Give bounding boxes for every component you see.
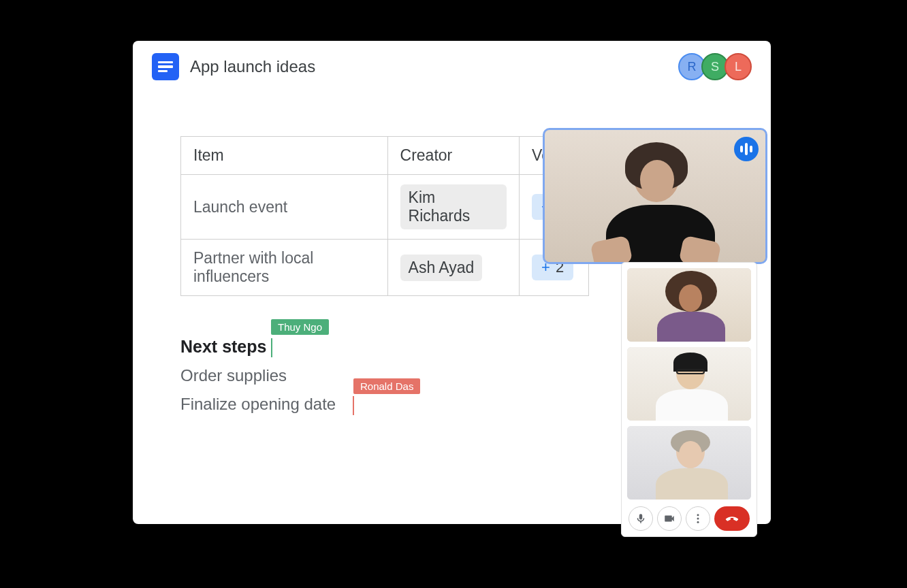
column-header-creator: Creator [387, 137, 520, 175]
creator-chip[interactable]: Ash Ayad [400, 255, 483, 281]
cell-creator[interactable]: Ash Ayad [387, 240, 520, 296]
table-header-row: Item Creator Votes [181, 137, 589, 175]
presence-cursor-label: Ronald Das [353, 378, 420, 394]
speaking-indicator-icon [734, 137, 759, 161]
docs-window: App launch ideas R S L Item Creator Vote… [133, 41, 771, 524]
meet-participant-tile[interactable] [627, 347, 751, 421]
camera-button[interactable] [657, 506, 682, 531]
meet-call-controls [627, 505, 751, 531]
collaborator-avatars: R S L [682, 53, 752, 80]
mic-icon [635, 512, 647, 525]
more-options-button[interactable] [686, 506, 710, 531]
svg-point-0 [697, 514, 699, 516]
meet-video-panel[interactable] [621, 262, 757, 537]
presence-cursor [271, 338, 272, 357]
presence-cursor-label: Thuy Ngo [271, 319, 329, 335]
hangup-button[interactable] [714, 506, 750, 531]
docs-app-icon[interactable] [152, 53, 179, 80]
cell-creator[interactable]: Kim Richards [387, 175, 520, 240]
camera-icon [663, 512, 675, 525]
collaborator-avatar[interactable]: L [725, 53, 752, 80]
table-row[interactable]: Partner with local influencers Ash Ayad … [181, 240, 589, 296]
svg-point-2 [697, 521, 699, 523]
table-row[interactable]: Launch event Kim Richards +4 [181, 175, 589, 240]
meet-active-speaker-tile[interactable] [543, 128, 767, 264]
cell-item[interactable]: Launch event [181, 175, 388, 240]
column-header-item: Item [181, 137, 388, 175]
next-step-item[interactable]: Order supplies [180, 366, 287, 385]
svg-point-1 [697, 518, 699, 520]
mic-button[interactable] [628, 506, 653, 531]
presence-cursor [353, 396, 354, 415]
meet-participant-tile[interactable] [627, 426, 751, 500]
app-header: App launch ideas R S L [133, 41, 771, 88]
more-icon [692, 512, 704, 525]
next-step-item[interactable]: Finalize opening date [180, 395, 336, 414]
next-steps-heading[interactable]: Next steps [180, 337, 266, 357]
document-title[interactable]: App launch ideas [190, 57, 671, 76]
cell-item[interactable]: Partner with local influencers [181, 240, 388, 296]
meet-participant-tile[interactable] [627, 268, 751, 342]
hangup-icon [725, 511, 739, 526]
participant-video [545, 130, 765, 262]
ideas-table[interactable]: Item Creator Votes Launch event Kim Rich… [180, 136, 589, 296]
creator-chip[interactable]: Kim Richards [400, 184, 507, 229]
